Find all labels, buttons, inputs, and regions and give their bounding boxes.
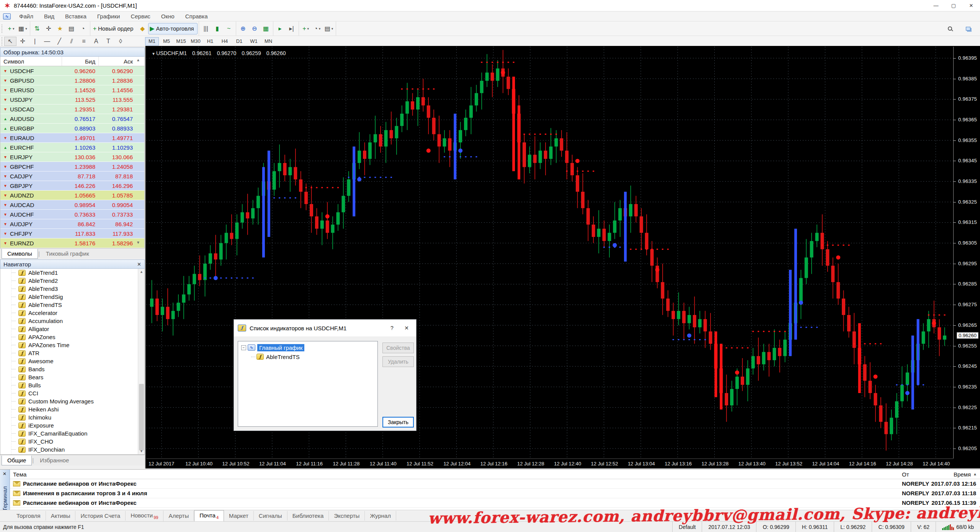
channel-tool[interactable]: ⫽ <box>65 37 78 46</box>
column-subject[interactable]: Тема <box>13 471 26 478</box>
mail-row[interactable]: Изменения в расписании торгов 3 и 4 июля… <box>10 489 980 498</box>
tab-Алерты[interactable]: Алерты <box>163 511 194 521</box>
menu-item-Окно[interactable]: Окно <box>156 11 180 21</box>
vline-tool[interactable]: | <box>29 37 41 46</box>
dropdown-caret-icon[interactable]: ▾ <box>25 27 27 31</box>
strategy-tester-button[interactable]: ◔ <box>77 23 89 34</box>
column-ask[interactable]: Аск <box>98 57 136 66</box>
timeframe-H4[interactable]: H4 <box>218 37 232 46</box>
table-row[interactable]: ▼AUDNZD1.056651.05785 <box>0 191 144 200</box>
metaeditor-button[interactable]: ◆ <box>137 23 148 34</box>
table-row[interactable]: ▼AUDJPY86.84286.942 <box>0 219 144 229</box>
crosshair-tool[interactable]: ✛ <box>16 37 29 46</box>
table-row[interactable]: ▲EURCHF1.102631.10293 <box>0 143 144 152</box>
timeframe-M30[interactable]: M30 <box>189 37 203 46</box>
table-row[interactable]: ▲AUDUSD0.765170.76547 <box>0 114 144 124</box>
table-row[interactable]: ▼GBPJPY146.226146.296 <box>0 181 144 191</box>
timeframe-M1[interactable]: M1 <box>145 37 159 46</box>
toolbar-grip[interactable] <box>1 24 3 33</box>
tab-История Счета[interactable]: История Счета <box>75 511 126 521</box>
navigator-scrollbar[interactable]: ▲ ▼ <box>138 269 144 454</box>
chart-shift-button[interactable]: ▸| <box>286 23 297 34</box>
table-row[interactable]: ▼EURAUD1.497011.49771 <box>0 133 144 143</box>
zoom-out-button[interactable]: ⊖ <box>249 23 260 34</box>
list-item-indicator[interactable]: ƒAPAZones <box>0 333 138 341</box>
table-row[interactable]: ▼USDJPY113.525113.555 <box>0 95 144 104</box>
indicator-tree[interactable]: − ∿ Главный график ƒ AbleTrendTS <box>238 341 378 427</box>
timeframe-M5[interactable]: M5 <box>160 37 173 46</box>
list-item-indicator[interactable]: ƒIchimoku <box>0 413 138 421</box>
tab-Торговля[interactable]: Торговля <box>11 511 46 521</box>
delete-button[interactable]: Удалить <box>382 356 414 367</box>
list-item-indicator[interactable]: ƒBulls <box>0 381 138 389</box>
table-row[interactable]: ▼USDCHF0.962600.96290 <box>0 66 144 76</box>
list-item-indicator[interactable]: ƒBands <box>0 365 138 373</box>
tree-item-main-chart[interactable]: − ∿ Главный график <box>238 343 377 352</box>
dialog-help-button[interactable]: ? <box>385 322 399 334</box>
menu-item-Вставка[interactable]: Вставка <box>60 11 92 21</box>
tab-Журнал[interactable]: Журнал <box>365 511 396 521</box>
list-item-indicator[interactable]: ƒAccelerator <box>0 309 138 317</box>
dialog-close-button[interactable]: ✕ <box>399 322 414 334</box>
table-row[interactable]: ▼EURNZD1.581761.58296 <box>0 238 144 248</box>
table-row[interactable]: ▼EURJPY130.036130.066 <box>0 152 144 162</box>
search-button[interactable] <box>944 23 956 34</box>
navigator-button[interactable]: ★ <box>54 23 66 34</box>
table-row[interactable]: ▼CADJPY87.71887.818 <box>0 171 144 181</box>
list-item-indicator[interactable]: ƒHeiken Ashi <box>0 405 138 413</box>
tab-Библиотека[interactable]: Библиотека <box>287 511 329 521</box>
tab-Эксперты[interactable]: Эксперты <box>329 511 365 521</box>
dropdown-caret-icon[interactable]: ▾ <box>319 27 321 31</box>
list-item-indicator[interactable]: ƒAccumulation <box>0 317 138 325</box>
profiles-button[interactable]: ▦▾ <box>17 23 29 34</box>
candle-chart-button[interactable]: ▮ <box>212 23 223 34</box>
hline-tool[interactable]: — <box>41 37 53 46</box>
market-watch-scroll-up-icon[interactable]: ▲ <box>136 58 140 62</box>
terminal-button[interactable]: ▤ <box>66 23 77 34</box>
panel-splitter[interactable] <box>145 46 145 468</box>
trendline-tool[interactable]: ╱ <box>53 37 65 46</box>
close-button[interactable]: ✕ <box>962 0 980 11</box>
shapes-tool[interactable]: ◊ <box>114 37 127 46</box>
menu-item-Сервис[interactable]: Сервис <box>125 11 155 21</box>
close-dialog-button[interactable]: Закрыть <box>382 417 414 428</box>
table-row[interactable]: ▼CHFJPY117.833117.933 <box>0 229 144 238</box>
list-item-indicator[interactable]: ƒAPAZones Time <box>0 341 138 349</box>
table-row[interactable]: ▼GBPUSD1.288061.28836 <box>0 76 144 85</box>
list-item-indicator[interactable]: ƒiExposure <box>0 421 138 429</box>
table-row[interactable]: ▼AUDCAD0.989540.99054 <box>0 200 144 210</box>
auto-scroll-button[interactable]: ▸ <box>274 23 286 34</box>
table-row[interactable]: ▼AUDCHF0.736330.73733 <box>0 210 144 219</box>
list-item-indicator[interactable]: ƒBears <box>0 373 138 381</box>
mail-row[interactable]: Расписание вебинаров от ИнстаФорексNOREP… <box>10 479 980 489</box>
tab-navigator-2[interactable]: Избранное <box>34 455 75 465</box>
properties-button[interactable]: Свойства <box>382 343 414 353</box>
list-item-indicator[interactable]: ƒAlligator <box>0 325 138 333</box>
toolbar-grip[interactable] <box>1 37 3 46</box>
layouts-button[interactable] <box>962 23 974 34</box>
table-row[interactable]: ▲EURGBP0.889030.88933 <box>0 124 144 133</box>
dropdown-caret-icon[interactable]: ▾ <box>13 27 15 31</box>
menu-item-Графики[interactable]: Графики <box>92 11 126 21</box>
table-row[interactable]: ▼EURUSD1.145261.14556 <box>0 85 144 95</box>
menu-item-Вид[interactable]: Вид <box>39 11 60 21</box>
list-item-indicator[interactable]: ƒCCI <box>0 389 138 397</box>
tab-Сигналы[interactable]: Сигналы <box>254 511 287 521</box>
list-item-indicator[interactable]: ƒAbleTrend1 <box>0 269 138 277</box>
list-item-indicator[interactable]: ƒAbleTrendTS <box>0 301 138 309</box>
column-from[interactable]: От <box>902 471 909 478</box>
mail-row[interactable]: Расписание вебинаров от ИнстаФорексNOREP… <box>10 498 980 508</box>
navigator-scroll-down-icon[interactable]: ▼ <box>140 449 143 453</box>
price-axis[interactable]: 0.963950.963850.963750.963650.963550.963… <box>953 47 980 459</box>
tree-collapse-icon[interactable]: − <box>241 345 246 350</box>
autotrade-button[interactable]: ▶Авто-торговля <box>148 23 197 34</box>
timeframe-D1[interactable]: D1 <box>232 37 246 46</box>
tab-Почта[interactable]: Почта4 <box>194 510 224 522</box>
dropdown-caret-icon[interactable]: ▾ <box>332 27 333 31</box>
table-row[interactable]: ▼USDCAD1.293511.29381 <box>0 104 144 114</box>
menu-item-Файл[interactable]: Файл <box>14 11 39 21</box>
timeframe-MN[interactable]: MN <box>261 37 275 46</box>
periods-button[interactable]: ◔▾ <box>312 23 323 34</box>
chart-collapse-icon[interactable]: ▼ <box>152 52 155 56</box>
label-tool[interactable]: T <box>102 37 114 46</box>
